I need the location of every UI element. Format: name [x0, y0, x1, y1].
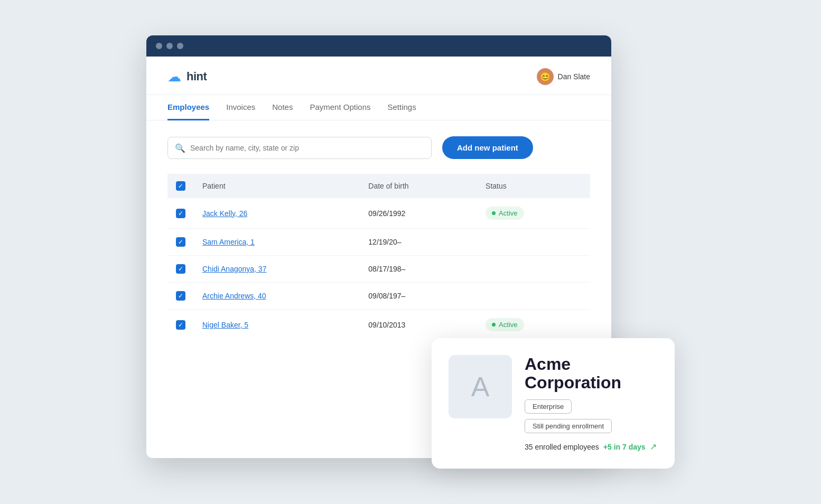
- table-header: ✓ Patient Date of birth Status: [167, 174, 590, 198]
- company-initial: A: [471, 371, 490, 403]
- row-checkbox[interactable]: ✓: [176, 237, 185, 247]
- status-cell: Active: [477, 310, 590, 340]
- search-icon: 🔍: [175, 143, 185, 153]
- cloud-icon: ☁: [167, 69, 181, 85]
- traffic-light-green: [177, 43, 183, 49]
- traffic-light-yellow: [166, 43, 173, 49]
- search-box: 🔍: [167, 137, 432, 159]
- company-name: Acme Corporation: [525, 355, 658, 392]
- check-icon: ✓: [178, 239, 183, 245]
- status-dot: [492, 211, 496, 215]
- browser-titlebar: [146, 35, 611, 57]
- company-info: Acme Corporation Enterprise Still pendin…: [525, 355, 658, 452]
- check-icon: ✓: [178, 322, 183, 328]
- company-card: A Acme Corporation Enterprise Still pend…: [432, 338, 675, 469]
- company-avatar: A: [449, 355, 512, 418]
- header-checkbox-cell: ✓: [167, 174, 194, 198]
- company-stats: 35 enrolled employees +5 in 7 days ↗: [525, 442, 658, 452]
- traffic-light-red: [156, 43, 162, 49]
- row-checkbox-cell: ✓: [167, 256, 194, 283]
- row-checkbox-cell: ✓: [167, 229, 194, 256]
- scene: ☁ hint 😊 Dan Slate Employees Invoices No…: [146, 35, 675, 469]
- status-text: Active: [499, 209, 517, 217]
- patient-name-cell: Nigel Baker, 5: [194, 310, 360, 340]
- status-dot: [492, 323, 496, 326]
- tag-enterprise[interactable]: Enterprise: [525, 399, 572, 414]
- status-cell: [477, 256, 590, 283]
- status-text: Active: [499, 321, 517, 329]
- add-patient-button[interactable]: Add new patient: [442, 136, 533, 159]
- dob-cell: 09/08/197–: [360, 283, 477, 310]
- check-icon: ✓: [178, 183, 183, 189]
- dob-cell: 09/10/2013: [360, 310, 477, 340]
- tab-employees[interactable]: Employees: [167, 95, 209, 120]
- search-input[interactable]: [167, 137, 432, 159]
- row-checkbox-cell: ✓: [167, 310, 194, 340]
- enrolled-count: 35 enrolled employees: [525, 443, 599, 451]
- status-cell: Active: [477, 198, 590, 229]
- patient-name-link[interactable]: Nigel Baker, 5: [202, 321, 248, 329]
- header-checkbox[interactable]: ✓: [176, 181, 185, 191]
- tab-notes[interactable]: Notes: [272, 95, 293, 120]
- arrow-icon: ↗: [650, 442, 657, 452]
- user-name: Dan Slate: [558, 72, 590, 81]
- dob-cell: 08/17/198–: [360, 256, 477, 283]
- nav-tabs: Employees Invoices Notes Payment Options…: [146, 95, 611, 120]
- logo: ☁ hint: [167, 69, 207, 85]
- header-status: Status: [477, 174, 590, 198]
- table-row: ✓ Archie Andrews, 40 09/08/197–: [167, 283, 590, 310]
- patient-table: ✓ Patient Date of birth Status: [167, 174, 590, 340]
- tab-invoices[interactable]: Invoices: [226, 95, 255, 120]
- header-patient: Patient: [194, 174, 360, 198]
- table-body: ✓ Jack Kelly, 26 09/26/1992 Active: [167, 198, 590, 340]
- main-content: 🔍 Add new patient ✓: [146, 120, 611, 356]
- row-checkbox-cell: ✓: [167, 198, 194, 229]
- growth-stat: +5 in 7 days: [603, 443, 646, 451]
- patient-name-cell: Archie Andrews, 40: [194, 283, 360, 310]
- user-menu[interactable]: 😊 Dan Slate: [537, 68, 590, 85]
- logo-text: hint: [186, 70, 207, 83]
- row-checkbox[interactable]: ✓: [176, 209, 185, 218]
- tab-payment-options[interactable]: Payment Options: [310, 95, 370, 120]
- patient-name-link[interactable]: Archie Andrews, 40: [202, 292, 266, 300]
- check-icon: ✓: [178, 210, 183, 217]
- row-checkbox-cell: ✓: [167, 283, 194, 310]
- row-checkbox[interactable]: ✓: [176, 291, 185, 301]
- row-checkbox[interactable]: ✓: [176, 264, 185, 274]
- dob-cell: 12/19/20–: [360, 229, 477, 256]
- patient-name-cell: Jack Kelly, 26: [194, 198, 360, 229]
- status-cell: [477, 229, 590, 256]
- tag-pending[interactable]: Still pending enrollment: [525, 419, 612, 433]
- avatar-emoji: 😊: [540, 72, 551, 82]
- patient-name-cell: Sam America, 1: [194, 229, 360, 256]
- app-header: ☁ hint 😊 Dan Slate: [146, 57, 611, 95]
- dob-cell: 09/26/1992: [360, 198, 477, 229]
- row-checkbox[interactable]: ✓: [176, 320, 185, 330]
- patient-name-link[interactable]: Jack Kelly, 26: [202, 209, 247, 218]
- status-badge: Active: [486, 207, 524, 220]
- check-icon: ✓: [178, 293, 183, 299]
- company-logo-area: A Acme Corporation Enterprise Still pend…: [449, 355, 658, 452]
- patient-name-link[interactable]: Chidi Anagonya, 37: [202, 265, 266, 273]
- table-row: ✓ Nigel Baker, 5 09/10/2013 Active: [167, 310, 590, 340]
- check-icon: ✓: [178, 266, 183, 272]
- patient-name-cell: Chidi Anagonya, 37: [194, 256, 360, 283]
- status-cell: [477, 283, 590, 310]
- tab-settings[interactable]: Settings: [388, 95, 416, 120]
- patient-name-link[interactable]: Sam America, 1: [202, 238, 255, 246]
- company-tags: Enterprise Still pending enrollment: [525, 399, 658, 433]
- status-badge: Active: [486, 318, 524, 331]
- table-row: ✓ Jack Kelly, 26 09/26/1992 Active: [167, 198, 590, 229]
- header-dob: Date of birth: [360, 174, 477, 198]
- avatar: 😊: [537, 68, 554, 85]
- table-row: ✓ Chidi Anagonya, 37 08/17/198–: [167, 256, 590, 283]
- table-row: ✓ Sam America, 1 12/19/20–: [167, 229, 590, 256]
- search-row: 🔍 Add new patient: [167, 136, 590, 159]
